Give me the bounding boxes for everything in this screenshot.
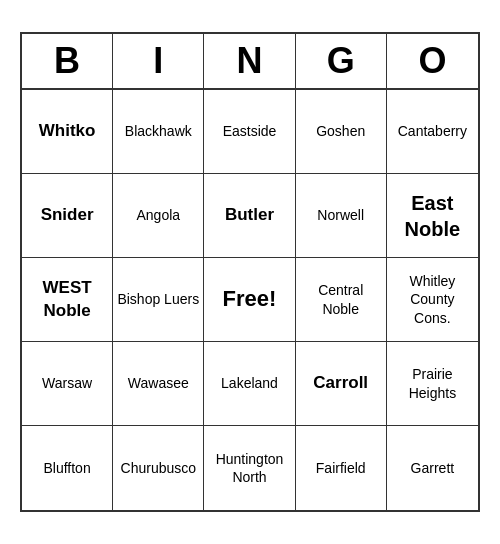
bingo-cell: WEST Noble	[22, 258, 113, 342]
bingo-cell: Fairfield	[296, 426, 387, 510]
header-letter: G	[296, 34, 387, 88]
cell-text: Angola	[136, 206, 180, 224]
cell-text: Bishop Luers	[117, 290, 199, 308]
cell-text: East Noble	[391, 190, 474, 242]
cell-text: Huntington North	[208, 450, 290, 486]
bingo-cell: Huntington North	[204, 426, 295, 510]
bingo-cell: Whitley County Cons.	[387, 258, 478, 342]
bingo-cell: Churubusco	[113, 426, 204, 510]
bingo-cell: East Noble	[387, 174, 478, 258]
bingo-cell: Bluffton	[22, 426, 113, 510]
cell-text: Wawasee	[128, 374, 189, 392]
cell-text: Butler	[225, 204, 274, 226]
header-letter: B	[22, 34, 113, 88]
bingo-cell: Snider	[22, 174, 113, 258]
bingo-card: BINGO WhitkoBlackhawkEastsideGoshenCanta…	[20, 32, 480, 512]
cell-text: Eastside	[223, 122, 277, 140]
header-letter: O	[387, 34, 478, 88]
bingo-cell: Garrett	[387, 426, 478, 510]
bingo-cell: Whitko	[22, 90, 113, 174]
bingo-cell: Carroll	[296, 342, 387, 426]
bingo-cell: Bishop Luers	[113, 258, 204, 342]
cell-text: Churubusco	[121, 459, 197, 477]
cell-text: Blackhawk	[125, 122, 192, 140]
cell-text: Prairie Heights	[391, 365, 474, 401]
cell-text: Fairfield	[316, 459, 366, 477]
cell-text: Whitley County Cons.	[391, 272, 474, 327]
header-letter: I	[113, 34, 204, 88]
cell-text: Cantaberry	[398, 122, 467, 140]
cell-text: Goshen	[316, 122, 365, 140]
bingo-cell: Goshen	[296, 90, 387, 174]
bingo-cell: Free!	[204, 258, 295, 342]
cell-text: Lakeland	[221, 374, 278, 392]
cell-text: Snider	[41, 204, 94, 226]
bingo-cell: Cantaberry	[387, 90, 478, 174]
bingo-cell: Angola	[113, 174, 204, 258]
bingo-cell: Lakeland	[204, 342, 295, 426]
cell-text: Norwell	[317, 206, 364, 224]
bingo-cell: Norwell	[296, 174, 387, 258]
bingo-cell: Eastside	[204, 90, 295, 174]
cell-text: WEST Noble	[26, 277, 108, 321]
bingo-header: BINGO	[22, 34, 478, 90]
cell-text: Carroll	[313, 372, 368, 394]
cell-text: Central Noble	[300, 281, 382, 317]
header-letter: N	[204, 34, 295, 88]
bingo-cell: Blackhawk	[113, 90, 204, 174]
bingo-cell: Butler	[204, 174, 295, 258]
cell-text: Garrett	[411, 459, 455, 477]
cell-text: Whitko	[39, 120, 96, 142]
bingo-cell: Wawasee	[113, 342, 204, 426]
cell-text: Warsaw	[42, 374, 92, 392]
bingo-cell: Prairie Heights	[387, 342, 478, 426]
bingo-grid: WhitkoBlackhawkEastsideGoshenCantaberryS…	[22, 90, 478, 510]
cell-text: Bluffton	[43, 459, 90, 477]
bingo-cell: Central Noble	[296, 258, 387, 342]
bingo-cell: Warsaw	[22, 342, 113, 426]
cell-text: Free!	[223, 285, 277, 314]
